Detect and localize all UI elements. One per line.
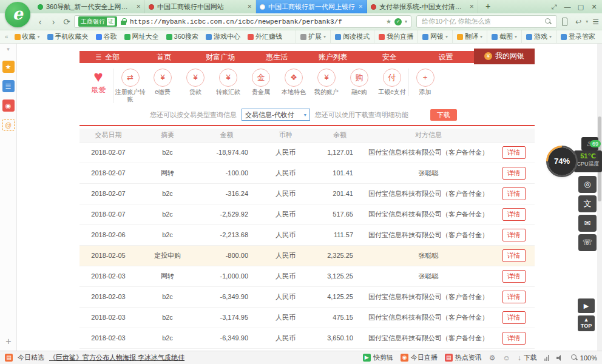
download-detail-button[interactable]: 下载 xyxy=(430,109,457,121)
toolbar-tool-item[interactable]: 游戏 xyxy=(521,30,556,44)
statusbar-tool[interactable]: ◉ 今日直播 xyxy=(401,353,438,362)
mention-icon[interactable]: @ xyxy=(2,119,15,131)
quick-action[interactable]: ¥ 我的账户 xyxy=(310,69,343,96)
headline-link[interactable]: 《巨齿鲨》官方公布人物海报 李冰冰气质绝佳 xyxy=(49,353,184,362)
url-field[interactable]: 工商银行 证 https://mybank.icbc.com.cn/icbc/n… xyxy=(74,15,411,28)
browser-tab[interactable]: 支付举报系统-中国支付清算协会... ✕ xyxy=(367,0,478,13)
quick-action[interactable]: ❖ 本地特色 xyxy=(277,69,310,96)
bookmark-item[interactable]: 谷歌 xyxy=(92,30,121,44)
mail-icon[interactable]: ✉ xyxy=(578,215,597,232)
tab-close-icon[interactable]: ✕ xyxy=(358,4,363,10)
scrollbar[interactable] xyxy=(597,44,602,351)
url-text[interactable]: https://mybank.icbc.com.cn/icbc/newperba… xyxy=(130,18,382,25)
quick-action[interactable]: ¥ e缴费 xyxy=(146,69,179,96)
weibo-icon[interactable]: ◉ xyxy=(2,99,15,112)
back-to-top-button[interactable]: ▲ TOP xyxy=(578,315,595,331)
screenshot-icon[interactable]: ◎ xyxy=(578,176,597,193)
bookmark-item[interactable]: 游戏中心 xyxy=(202,30,244,44)
quick-action[interactable]: 购 融e购 xyxy=(343,69,376,96)
speaker-icon[interactable] xyxy=(556,355,564,361)
detail-button[interactable]: 详情 xyxy=(502,270,526,283)
statusbar-tool[interactable]: ▶ 快剪辑 xyxy=(363,353,393,362)
browser-tab[interactable]: 中国工商银行新一代网上银行 ✕ xyxy=(256,0,367,13)
phone-icon[interactable] xyxy=(562,18,567,26)
rail-add-icon[interactable]: + xyxy=(0,336,17,347)
back-icon[interactable]: ‹ xyxy=(34,17,46,27)
cpu-gauge[interactable]: 74% xyxy=(548,147,576,175)
nav-my-bank[interactable]: ¥ 我的网银 xyxy=(474,49,535,64)
site-verified-badge[interactable]: 工商银行 证 xyxy=(78,16,117,27)
detail-button[interactable]: 详情 xyxy=(502,208,526,221)
favorites-rail-icon[interactable]: ★ xyxy=(2,61,15,73)
fullscreen-icon[interactable]: ⤢ xyxy=(547,0,561,13)
browser-tab[interactable]: 360导航_新一代安全上网导航 ✕ xyxy=(34,0,145,13)
browser-logo[interactable]: e xyxy=(5,2,30,27)
quick-action[interactable]: ¥ 转账汇款 xyxy=(212,69,245,96)
forward-icon[interactable]: › xyxy=(47,17,59,27)
nav-item[interactable]: 安全 xyxy=(361,52,418,62)
browser-tab[interactable]: 中国工商银行中国网站 ✕ xyxy=(145,0,256,13)
quick-action[interactable]: + 添加 xyxy=(408,69,441,96)
nav-all[interactable]: ☰ 全部 xyxy=(79,52,136,62)
zoom-control[interactable]: 100% xyxy=(571,354,597,362)
detail-button[interactable]: 详情 xyxy=(502,249,526,262)
quick-action[interactable]: ¥ 贷款 xyxy=(179,69,212,96)
bookmark-item[interactable]: 360搜索 xyxy=(163,30,202,44)
detail-button[interactable]: 详情 xyxy=(502,311,526,324)
detail-button[interactable]: 详情 xyxy=(502,187,526,200)
search-icon[interactable] xyxy=(545,18,552,25)
plugin-icon[interactable]: ⚙ xyxy=(489,354,496,362)
assistant-icon[interactable]: ☺ xyxy=(503,354,510,362)
toolbar-tool-item[interactable]: 翻译 xyxy=(452,30,487,44)
bookmark-item[interactable]: 手机收藏夹 xyxy=(44,30,92,44)
nav-item[interactable]: 首页 xyxy=(136,52,192,62)
search-box[interactable]: 给你10个亿 你能怎么造 xyxy=(416,15,557,28)
rail-collapse-icon[interactable]: ▾ xyxy=(7,46,10,53)
tab-close-icon[interactable]: ✕ xyxy=(247,4,252,10)
service-icon[interactable]: ☏ xyxy=(578,234,597,251)
quick-action[interactable]: ♥ 最爱 xyxy=(83,69,113,93)
bookmark-icon xyxy=(206,34,212,40)
tab-close-icon[interactable]: ✕ xyxy=(469,4,474,10)
undo-caret-icon[interactable]: ▾ xyxy=(586,19,588,24)
minimize-icon[interactable]: — xyxy=(561,0,574,13)
quick-action[interactable]: 付 工银e支付 xyxy=(376,69,408,96)
refresh-icon[interactable]: ⟳ xyxy=(61,17,73,27)
toolbar-tool-item[interactable]: 扩展 xyxy=(296,30,330,44)
toolbar-tool-item[interactable]: 登录管家 xyxy=(556,30,600,44)
quick-action[interactable]: 金 贵金属 xyxy=(245,69,277,96)
toolbar-tool-item[interactable]: 网银 xyxy=(418,30,452,44)
bookmark-item[interactable]: 网址大全 xyxy=(121,30,163,44)
bookmark-item[interactable]: 收藏 xyxy=(11,30,44,44)
collapse-bookmarks-icon[interactable]: « xyxy=(2,33,11,40)
quick-action[interactable]: ⇄ 注册账户转账 xyxy=(113,69,146,103)
nav-item[interactable]: 设置 xyxy=(418,52,474,62)
translate-icon[interactable]: 文 xyxy=(578,195,597,212)
new-tab-button[interactable]: + xyxy=(481,0,495,13)
maximize-icon[interactable]: ▢ xyxy=(574,0,587,13)
detail-button[interactable]: 详情 xyxy=(502,146,526,159)
tab-close-icon[interactable]: ✕ xyxy=(136,4,141,10)
nav-item[interactable]: 财富广场 xyxy=(192,52,249,62)
detail-button[interactable]: 详情 xyxy=(502,332,526,345)
download-manager[interactable]: ↓ 下载 xyxy=(518,353,537,362)
bookmark-item[interactable]: 外汇赚钱 xyxy=(244,30,286,44)
toolbar-tool-item[interactable]: 阅读模式 xyxy=(330,30,374,44)
toolbar-tool-item[interactable]: 我的直播 xyxy=(374,30,418,44)
undo-icon[interactable]: ↩ xyxy=(575,18,581,26)
menu-icon[interactable]: ☰ xyxy=(592,18,599,26)
detail-button[interactable]: 详情 xyxy=(502,167,526,180)
url-dropdown-icon[interactable]: ▾ xyxy=(405,19,407,24)
transaction-type-dropdown[interactable]: 交易信息-代收付 ▾ xyxy=(242,109,310,121)
expand-panel-icon[interactable]: ▶ xyxy=(578,298,595,313)
toolbar-tool-item[interactable]: 截图 xyxy=(487,30,521,44)
shield-check-icon[interactable]: ✓ xyxy=(394,18,402,25)
nav-item[interactable]: 账户列表 xyxy=(305,52,361,62)
bookmark-star-icon[interactable]: ★ xyxy=(386,18,391,25)
list-rail-icon[interactable]: ☰ xyxy=(2,80,15,92)
statusbar-tool[interactable]: ▤ 热点资讯 xyxy=(445,353,482,362)
detail-button[interactable]: 详情 xyxy=(502,291,526,303)
close-icon[interactable]: ✕ xyxy=(587,0,601,13)
nav-item[interactable]: 惠生活 xyxy=(249,52,305,62)
detail-button[interactable]: 详情 xyxy=(502,229,526,241)
